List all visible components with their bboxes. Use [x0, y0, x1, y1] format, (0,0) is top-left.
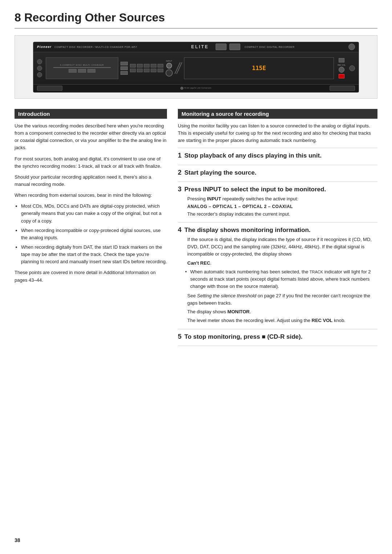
bottom-btn-left — [37, 86, 62, 91]
right-column: Monitoring a source for recording Using … — [178, 109, 377, 346]
step-5-number: 5 — [178, 333, 181, 341]
step-5: 5 To stop monitoring, press ■ (CD-R side… — [178, 329, 377, 346]
step-3-title: Press INPUT to select the input to be mo… — [184, 186, 326, 194]
intro-bullet-list: Most CDs, MDs, DCCs and DATs are digital… — [21, 203, 167, 265]
elite-logo: ELITE — [191, 44, 209, 49]
step-4-number: 4 — [178, 226, 181, 234]
display-section: 115E — [184, 57, 334, 79]
step-4-monitor-note: The display shows MONITOR. — [178, 308, 377, 315]
step-1-title: Stop playback of any discs playing in th… — [184, 152, 322, 160]
step-4-bullet-1: When automatic track numbering has been … — [178, 268, 377, 290]
left-column: Introduction Use the various recording m… — [15, 109, 167, 346]
device-middle: 3-COMPACT DISC MULTI CHANGER — [33, 52, 359, 84]
model-text: COMPACT DISC RECORDER / MULTI-CD CHANGER… — [54, 46, 137, 48]
step-3: 3 Press INPUT to select the input to be … — [178, 182, 377, 222]
step-3-subline: ANALOG – OPTICAL 1 – OPTICAL 2 – COAXIAL — [178, 204, 377, 209]
monitoring-intro: Using the monitor facility you can liste… — [178, 122, 377, 144]
bottom-btn-right — [330, 86, 355, 91]
step-4: 4 The display shows monitoring informati… — [178, 222, 377, 329]
page-title: 8 Recording Other Sources — [15, 11, 377, 29]
intro-para2: For most sources, both analog and digita… — [15, 155, 167, 170]
step-4-bullet-item-1: When automatic track numbering has been … — [190, 268, 377, 290]
page-container: 8 Recording Other Sources Pioneer COMPAC… — [0, 0, 392, 554]
step-1: 1 Stop playback of any discs playing in … — [178, 148, 377, 164]
intro-para3: Should your particular recording applica… — [15, 174, 167, 188]
step-4-header: 4 The display shows monitoring informati… — [178, 226, 377, 234]
step-3-note: The recorder's display indicates the cur… — [178, 211, 377, 218]
step-5-header: 5 To stop monitoring, press ■ (CD-R side… — [178, 333, 377, 341]
step-3-number: 3 — [178, 186, 181, 193]
step-3-header: 3 Press INPUT to select the input to be … — [178, 186, 377, 194]
device-top-bar: Pioneer COMPACT DISC RECORDER / MULTI-CD… — [33, 42, 359, 52]
step-2-number: 2 — [178, 169, 181, 176]
bullet-item-3: When recording digitally from DAT, the s… — [21, 244, 167, 265]
step-1-header: 1 Stop playback of any discs playing in … — [178, 152, 377, 160]
display-text: 115E — [252, 65, 266, 72]
intro-para4: When recording from external sources, be… — [15, 192, 167, 199]
changer-section: 3-COMPACT DISC MULTI CHANGER — [46, 57, 118, 79]
bullet-item-1: Most CDs, MDs, DCCs and DATs are digital… — [21, 203, 167, 224]
intro-para1: Use the various recording modes describe… — [15, 122, 167, 152]
intro-para5: These points are covered in more detail … — [15, 269, 167, 284]
page-number: 38 — [15, 537, 20, 543]
step-5-title: To stop monitoring, press ■ (CD-R side). — [184, 333, 302, 341]
step-4-level-note: The level meter shows the recording leve… — [178, 317, 377, 324]
bullet-item-2: When recording incompatible or copy-prot… — [21, 227, 167, 241]
step-2: 2 Start playing the source. — [178, 165, 377, 182]
device-bottom-bar: Hi-bit LegaTo Link Conversion — [33, 84, 359, 92]
device-image: Pioneer COMPACT DISC RECORDER / MULTI-CD… — [15, 35, 377, 99]
step-2-header: 2 Start playing the source. — [178, 169, 377, 177]
step-4-see-note: See Setting the silence threshold on pag… — [178, 292, 377, 307]
step-2-title: Start playing the source. — [184, 169, 256, 177]
recorder-label: COMPACT DISC DIGITAL RECORDER — [245, 46, 295, 48]
step-3-body: Pressing INPUT repeatedly switches the a… — [178, 195, 377, 203]
step-4-title: The display shows monitoring information… — [184, 226, 311, 234]
monitoring-header: Monitoring a source for recording — [178, 109, 377, 119]
device-panel: Pioneer COMPACT DISC RECORDER / MULTI-CD… — [33, 42, 359, 93]
changer-label: 3-COMPACT DISC MULTI CHANGER — [60, 64, 104, 66]
content-columns: Introduction Use the various recording m… — [15, 109, 377, 346]
pioneer-logo: Pioneer — [37, 45, 52, 49]
step-1-number: 1 — [178, 152, 181, 159]
introduction-header: Introduction — [15, 109, 167, 119]
step-4-body: If the source is digital, the display in… — [178, 236, 377, 258]
step-4-cant-rec: Can't REC. — [178, 260, 377, 267]
